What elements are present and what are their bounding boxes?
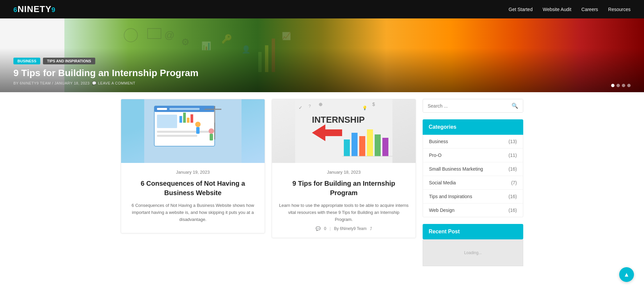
logo-six: 6 [13, 6, 17, 13]
hero-dot-4[interactable] [627, 84, 631, 87]
category-item-sbm[interactable]: Small Business Marketing (16) [423, 162, 523, 176]
post-footer-internship: 💬 0 | By 6Ninety9 Team ⤴ [279, 226, 409, 231]
posts-area: January 19, 2023 6 Consequences of Not H… [121, 99, 416, 273]
category-count-proo: (11) [508, 153, 517, 158]
scroll-to-top-button[interactable]: ▲ [619, 267, 634, 273]
hero-tag-tips[interactable]: TIPS AND INSPIRATIONS [43, 58, 95, 64]
search-input[interactable] [423, 100, 507, 112]
search-button[interactable]: 🔍 [507, 99, 523, 112]
recent-post-loading: Loading... [464, 250, 482, 255]
post-image-website [121, 99, 265, 163]
post-card-internship: ✓ ? ⊕ 💡 $ INTERNSHIP [272, 99, 416, 238]
svg-rect-26 [210, 134, 213, 140]
hero-dot-1[interactable] [611, 84, 614, 87]
site-logo[interactable]: 6NINETY9 [13, 4, 56, 14]
post-author: By 6Ninety9 Team [334, 226, 367, 231]
svg-rect-30 [191, 114, 193, 123]
hero-tags: BUSINESS TIPS AND INSPIRATIONS [13, 58, 631, 64]
main-nav: Get Started Website Audit Careers Resour… [508, 7, 631, 12]
category-item-webdesign[interactable]: Web Design (16) [423, 203, 523, 217]
svg-rect-44 [382, 138, 388, 156]
category-count-webdesign: (16) [508, 208, 517, 213]
nav-website-audit[interactable]: Website Audit [543, 7, 571, 12]
svg-rect-41 [359, 136, 365, 156]
svg-text:✓: ✓ [299, 105, 303, 110]
svg-text:$: $ [372, 102, 375, 107]
category-count-sbm: (16) [508, 166, 517, 172]
category-label-proo: Pro-O [429, 153, 441, 158]
category-label-webdesign: Web Design [429, 208, 454, 213]
hero-title: 9 Tips for Building an Internship Progra… [13, 68, 631, 78]
category-item-proo[interactable]: Pro-O (11) [423, 149, 523, 162]
svg-text:?: ? [309, 104, 311, 109]
categories-header: Categories [423, 119, 523, 135]
svg-rect-14 [157, 108, 167, 110]
svg-text:💡: 💡 [362, 105, 367, 110]
logo-nine: 9 [51, 6, 55, 13]
category-label-business: Business [429, 139, 448, 144]
hero-dots [611, 84, 631, 87]
category-item-tips[interactable]: Tips and Inspirations (16) [423, 190, 523, 203]
svg-rect-15 [169, 108, 200, 110]
post-card-website: January 19, 2023 6 Consequences of Not H… [121, 99, 265, 233]
post-image-internship: ✓ ? ⊕ 💡 $ INTERNSHIP [272, 99, 416, 163]
categories-list: Business (13) Pro-O (11) Small Business … [423, 135, 523, 217]
svg-rect-39 [344, 139, 350, 156]
svg-rect-27 [179, 116, 182, 123]
svg-rect-28 [183, 113, 186, 123]
sidebar: 🔍 Categories Business (13) Pro-O (11) Sm… [423, 99, 523, 273]
hero-dot-2[interactable] [616, 84, 620, 87]
post-excerpt-website: 6 Consequences of Not Having a Business … [128, 202, 258, 223]
comment-icon: 💬 [316, 226, 321, 231]
hero-author-date: BY 6NINETY9 TEAM / JANUARY 18, 2023 [13, 81, 90, 85]
svg-rect-19 [157, 135, 197, 137]
category-count-business: (13) [508, 139, 517, 144]
category-item-business[interactable]: Business (13) [423, 135, 523, 149]
svg-text:⊕: ⊕ [319, 102, 323, 107]
hero-comment-link[interactable]: LEAVE A COMMENT [98, 81, 135, 85]
search-box: 🔍 [423, 99, 523, 113]
scroll-top-icon: ▲ [624, 271, 630, 273]
category-label-social: Social Media [429, 180, 456, 185]
svg-rect-18 [157, 131, 211, 133]
share-icon[interactable]: ⤴ [370, 226, 372, 231]
svg-point-23 [195, 122, 201, 127]
post-date-internship: January 18, 2023 [279, 170, 409, 175]
hero-overlay: BUSINESS TIPS AND INSPIRATIONS 9 Tips fo… [0, 18, 644, 92]
post-title-internship[interactable]: 9 Tips for Building an Internship Progra… [279, 179, 409, 197]
category-label-tips: Tips and Inspirations [429, 194, 472, 199]
hero-meta: BY 6NINETY9 TEAM / JANUARY 18, 2023 💬 LE… [13, 81, 631, 85]
category-item-social[interactable]: Social Media (7) [423, 176, 523, 190]
category-count-tips: (16) [508, 194, 517, 199]
main-content: January 19, 2023 6 Consequences of Not H… [114, 92, 530, 273]
recent-post-section: Recent Post Loading... [423, 224, 523, 266]
post-body-website: January 19, 2023 6 Consequences of Not H… [121, 163, 265, 233]
svg-text:INTERNSHIP: INTERNSHIP [312, 115, 365, 125]
category-count-social: (7) [511, 180, 517, 185]
recent-post-placeholder: Loading... [423, 239, 523, 266]
site-header: 6NINETY9 Get Started Website Audit Caree… [0, 0, 644, 18]
nav-get-started[interactable]: Get Started [508, 7, 533, 12]
post-body-internship: January 18, 2023 9 Tips for Building an … [272, 163, 416, 238]
svg-rect-40 [352, 133, 358, 156]
svg-rect-17 [157, 115, 177, 128]
hero-tag-business[interactable]: BUSINESS [13, 58, 40, 64]
footer-divider: | [330, 226, 331, 231]
svg-rect-24 [196, 127, 200, 134]
svg-rect-29 [187, 118, 190, 123]
nav-careers[interactable]: Careers [581, 7, 598, 12]
category-label-sbm: Small Business Marketing [429, 166, 483, 172]
svg-point-25 [209, 128, 214, 134]
post-excerpt-internship: Learn how to use the appropriate tools t… [279, 202, 409, 223]
categories-section: Categories Business (13) Pro-O (11) Smal… [423, 119, 523, 217]
hero-dot-3[interactable] [622, 84, 625, 87]
svg-rect-43 [375, 134, 381, 156]
post-date-website: January 19, 2023 [128, 170, 258, 175]
comment-count: 0 [324, 226, 326, 231]
post-title-website[interactable]: 6 Consequences of Not Having a Business … [128, 179, 258, 197]
nav-resources[interactable]: Resources [608, 7, 631, 12]
svg-rect-42 [367, 129, 373, 156]
logo-ninety: NINETY [17, 4, 51, 14]
hero-banner: @ ⚙ 📊 🔑 👤 📈 BUSINESS TIPS AND INSPIRATIO… [0, 18, 644, 92]
recent-post-header: Recent Post [423, 224, 523, 239]
